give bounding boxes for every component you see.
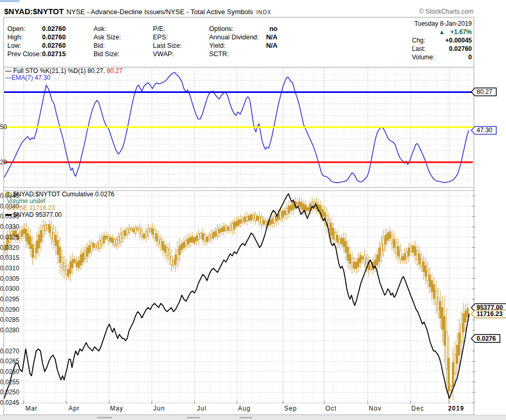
- month-label: Oct: [325, 405, 337, 412]
- bottom-edge-strip: [0, 415, 506, 420]
- price-tick-label: 0.0305: [0, 275, 19, 282]
- quote-field-value: 0: [468, 53, 472, 61]
- quote-row: Volume:0: [412, 53, 472, 61]
- quote-field-value: +0.00045: [446, 36, 472, 45]
- price-tick-label: 0.0310: [0, 265, 19, 272]
- month-label: Apr: [68, 405, 80, 412]
- month-label: Aug: [238, 405, 251, 412]
- price-tick-label: 0.0280: [0, 327, 19, 334]
- sto-d-value: 80.27: [107, 67, 122, 75]
- legend-label: $NYAD 95377.00: [13, 212, 62, 218]
- month-label: 2019: [448, 405, 464, 412]
- month-label: Nov: [369, 405, 381, 412]
- quote-field-label: Chg:: [412, 36, 425, 45]
- price-tick-label: 0.0300: [0, 285, 19, 292]
- quote-row: Chg:+0.00045: [412, 36, 472, 45]
- oscillator-tick-label: 50: [0, 123, 7, 131]
- svg-text:47.30: 47.30: [477, 127, 492, 134]
- line-swatch-icon: [5, 214, 11, 216]
- price-legend: $NYAD:$NYTOT Cumulative 0.0276Volume und…: [5, 191, 115, 218]
- oscillator-threshold-lines: [4, 92, 473, 163]
- date-change-block: Tuesday 8-Jan-2019▲+1.67%Chg:+0.00045Las…: [412, 19, 472, 61]
- svg-text:80.27: 80.27: [477, 88, 492, 96]
- percent-change-row: ▲+1.67%: [412, 28, 472, 36]
- quote-field-label: Volume:: [412, 53, 435, 61]
- bottom-strip-mark: [187, 417, 200, 418]
- oscillator-value-tags: 80.2747.30: [471, 88, 497, 134]
- price-tick-label: 0.0320: [0, 244, 19, 251]
- month-label: Mar: [25, 405, 38, 412]
- month-label: Jun: [153, 405, 165, 412]
- svg-text:0.0276: 0.0276: [477, 335, 496, 342]
- up-arrow-icon: ▲: [439, 28, 445, 36]
- price-tick-label: 0.0260: [0, 368, 19, 375]
- price-tick-label: 0.0255: [0, 379, 19, 386]
- stockcharts-chart-page: $NYAD:$NYTOTNYSE - Advance-Decline Issue…: [0, 0, 506, 420]
- oscillator-legend: — Full STO %K(21,1) %D(1) 80.27, 80.27—E…: [5, 68, 122, 81]
- quote-row: Last:0.02760: [412, 45, 472, 53]
- quote-field-value: 0.02760: [449, 45, 472, 53]
- price-value-tags: 95377.0011716.230.0276: [471, 304, 506, 343]
- price-tick-label: 0.0295: [0, 296, 19, 303]
- ema-legend-line: —EMA(7) 47.30: [5, 75, 122, 81]
- grid-lines: [4, 69, 473, 403]
- price-tick-label: 0.0250: [0, 388, 19, 396]
- price-tick-label: 0.0270: [0, 348, 19, 355]
- month-label: May: [110, 405, 123, 412]
- month-label: Dec: [411, 405, 424, 412]
- price-tick-label: 0.0245: [0, 399, 19, 406]
- bottom-strip-mark: [97, 417, 112, 418]
- price-tick-label: 0.0265: [0, 358, 19, 365]
- price-tick-label: 0.0315: [0, 254, 19, 261]
- quote-field-label: Last:: [412, 45, 426, 53]
- month-axis: MarAprMayJunJulAugSepOctNovDec2019: [24, 401, 464, 412]
- bottom-strip-mark: [240, 417, 252, 418]
- oscillator-tick-label: 20: [0, 159, 7, 166]
- month-label: Sep: [284, 405, 297, 412]
- sto-legend-text: — Full STO %K(21,1) %D(1) 80.27,: [5, 67, 107, 75]
- price-tick-label: 0.0330: [0, 223, 19, 230]
- price-tick-label: 0.0290: [0, 306, 19, 313]
- price-tick-label: 0.0285: [0, 316, 19, 323]
- month-label: Jul: [197, 405, 206, 412]
- session-date: Tuesday 8-Jan-2019: [412, 19, 472, 28]
- legend-row: $NYAD 95377.00: [5, 212, 115, 218]
- svg-text:11716.23: 11716.23: [477, 310, 503, 318]
- percent-change-value: +1.67%: [450, 28, 472, 36]
- price-tick-label: 0.0325: [0, 234, 19, 241]
